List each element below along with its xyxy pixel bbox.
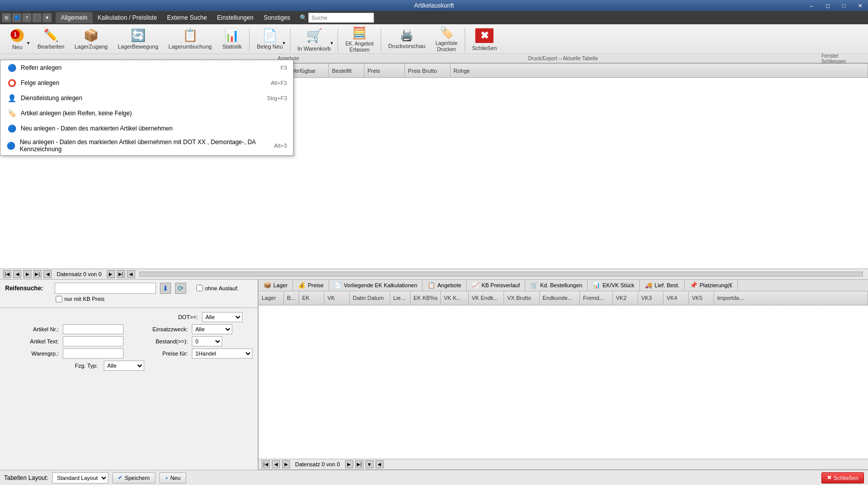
tab-kd-bestellungen[interactable]: 🛒 Kd. Bestellungen [525, 280, 588, 291]
search-down-btn[interactable]: ⬇ [160, 283, 171, 294]
tab-platzierung[interactable]: 📌 Platzierung(€ [685, 280, 738, 291]
dropdown-reifen-anlegen[interactable]: 🔵 Reifen anlegen F3 [1, 60, 293, 75]
tab-preise[interactable]: 💰 Preise [293, 280, 329, 291]
layout-select[interactable]: Standard Layout Kompakt Erweitert [52, 472, 108, 483]
dot-row: DOT>=: Alle 2020202120222023 [5, 312, 253, 322]
tab-lager[interactable]: 📦 Lager [259, 280, 293, 291]
right-col-b: B... [284, 291, 299, 305]
artikel-text-input[interactable] [63, 336, 123, 346]
ohne-auslauf-label: ohne Auslauf. [205, 285, 239, 291]
nav-last2-btn[interactable]: ▶| [117, 270, 125, 278]
bearbeiten-button[interactable]: ✏️ Bearbeiten [32, 26, 69, 54]
col-preis-brutto: Preis Brutto [405, 64, 450, 77]
neu-button[interactable]: + 1 Neu ▼ [2, 26, 32, 54]
right-nav-first[interactable]: |◀ [262, 460, 270, 468]
right-nav-extra[interactable]: ◀ [376, 460, 384, 468]
dropdown-artikel-anlegen[interactable]: 🏷️ Artikel anlegen (kein Reifen, keine F… [1, 106, 293, 121]
fzg-typ-select[interactable]: AllePKWLKWSUV [104, 361, 144, 371]
save-button[interactable]: ✔ Speichern [112, 472, 155, 483]
dropdown-dienstleistung[interactable]: 👤 Dienstleistung anlegen Strg+F3 [1, 91, 293, 106]
menu-sonstiges[interactable]: Sonstiges [259, 12, 296, 23]
menu-icon-5[interactable]: ▼ [43, 13, 52, 22]
warenkorb-label: In Warenkorb [298, 46, 331, 52]
nav-next2-btn[interactable]: ▶ [107, 270, 115, 278]
right-col-vk4: VK4 [664, 291, 689, 305]
menu-allgemein[interactable]: Allgemein [56, 12, 93, 23]
menu-icon-2[interactable]: 🔵 [12, 13, 21, 22]
dienstleistung-label: Dienstleistung anlegen [21, 95, 82, 102]
nav-prev-btn[interactable]: ◀ [13, 270, 21, 278]
search-input-field[interactable] [55, 283, 156, 294]
nav-extra-btn[interactable]: ◀ [44, 270, 52, 278]
right-nav-filter[interactable]: ▼ [365, 460, 374, 468]
kb-preis-check[interactable]: nur mit KB Preis [56, 296, 104, 302]
right-nav-last[interactable]: ▶| [355, 460, 363, 468]
right-col-importda: Importda... [714, 291, 868, 305]
tab-lief-best[interactable]: 🚚 Lief. Best. [640, 280, 685, 291]
warenkorb-icon: 🛒 [306, 28, 322, 43]
right-col-vk: VK [324, 291, 350, 305]
preise-fur-select[interactable]: 1Handel2Werkstatt3Endkunde [192, 348, 253, 359]
lagerumbuchung-button[interactable]: 📋 Lagerumbuchung [163, 26, 217, 54]
menu-icon-3[interactable]: ? [22, 13, 31, 22]
minimize-btn[interactable]: – [803, 0, 819, 11]
warengrp-input[interactable] [63, 348, 123, 359]
lagerliste-button[interactable]: 🏷️ LagerlisteDrucken [430, 26, 462, 54]
felge-shortcut: Alt+F3 [271, 80, 287, 86]
menu-icon-1[interactable]: ⊞ [2, 13, 11, 22]
druckvorschau-button[interactable]: 🖨️ Druckvorschau [383, 26, 430, 54]
right-nav-next2[interactable]: ▶ [345, 460, 353, 468]
dropdown-felge-anlegen[interactable]: ⭕ Felge anlegen Alt+F3 [1, 75, 293, 91]
nav-end-btn[interactable]: ◀ [127, 270, 135, 278]
lagerumbuchung-label: Lagerumbuchung [169, 43, 212, 50]
druckvorschau-icon: 🖨️ [400, 30, 414, 41]
tab-kb-preisverlauf[interactable]: 📈 KB Preisverlauf [467, 280, 525, 291]
close-bottom-button[interactable]: ✖ Schließen [821, 472, 864, 483]
dot-select[interactable]: Alle 2020202120222023 [202, 312, 242, 322]
split-area: Reifensuche: ⬇ ⟳ ohne Auslauf. nur mit K… [0, 280, 868, 470]
right-nav-next[interactable]: ▶ [282, 460, 290, 468]
statistik-button[interactable]: 📊 Statistik [217, 26, 247, 54]
menu-externe-suche[interactable]: Externe Suche [162, 12, 212, 23]
search-input[interactable] [308, 13, 374, 23]
artikel-nr-input[interactable] [63, 324, 123, 334]
search-refresh-btn[interactable]: ⟳ [175, 283, 186, 294]
in-warenkorb-button[interactable]: 🛒 In Warenkorb ▼ [293, 26, 336, 54]
lager-tab-icon: 📦 [264, 282, 271, 289]
bottom-toolbar: Tabellen Layout: Standard Layout Kompakt… [0, 470, 868, 485]
close-window-btn[interactable]: ✕ [852, 0, 868, 11]
menu-einstellungen[interactable]: Einstellungen [212, 12, 259, 23]
tab-vorliegende-ek[interactable]: 📄 Vorliegende EK Kalkulationen [329, 280, 423, 291]
search-panel: Reifensuche: ⬇ ⟳ ohne Auslauf. nur mit K… [0, 280, 258, 308]
col-bestellt: Bestelllt [329, 64, 364, 77]
ek-angebot-label: EK. AngebotErfassen [345, 41, 374, 53]
right-nav-prev[interactable]: ◀ [272, 460, 280, 468]
schliessen-button[interactable]: ✖ Schließen [467, 26, 502, 54]
tab-angebote[interactable]: 📋 Angebote [423, 280, 467, 291]
platz-tab-label: Platzierung(€ [699, 282, 732, 288]
restore-btn[interactable]: ◻ [819, 0, 836, 11]
ohne-auslauf-check[interactable]: ohne Auslauf. [196, 285, 239, 291]
new-icon: + [165, 475, 168, 481]
right-col-vk5: VK5 [689, 291, 714, 305]
menu-kalkulation[interactable]: Kalkulation / Preisliste [93, 12, 162, 23]
ek-angebot-button[interactable]: 🧮 EK. AngebotErfassen [340, 26, 379, 54]
dropdown-neu-markierten[interactable]: 🔵 Neu anlegen - Daten des markierten Art… [1, 121, 293, 136]
tab-ek-vk-stuck[interactable]: 📊 EK/VK Stück [588, 280, 640, 291]
nav-last-btn[interactable]: ▶| [33, 270, 42, 278]
ohne-auslauf-checkbox[interactable] [196, 285, 203, 291]
lagerzugang-button[interactable]: 📦 LagerZugang [69, 26, 112, 54]
nav-first-btn[interactable]: |◀ [3, 270, 11, 278]
form-area: DOT>=: Alle 2020202120222023 Artikel Nr.… [0, 308, 258, 375]
kb-preis-checkbox[interactable] [56, 296, 62, 302]
dropdown-neu-markierten-dot[interactable]: 🔵 Neu anlegen - Daten des markierten Art… [1, 136, 293, 155]
maximize-btn[interactable]: □ [836, 0, 852, 11]
beleg-neu-button[interactable]: 📄 Beleg Neu ▼ [252, 26, 287, 54]
menu-icon-4[interactable]: ➕ [32, 13, 42, 22]
bestand-select[interactable]: 01510 [192, 336, 222, 346]
nav-next-btn[interactable]: ▶ [23, 270, 31, 278]
scroll-track-1[interactable] [139, 272, 863, 277]
new-layout-button[interactable]: + Neu [159, 472, 186, 483]
einsatzzweck-select[interactable]: AlleSommerWinterGanzjahr [192, 324, 232, 334]
lagerbewegung-button[interactable]: 🔄 LagerBewegung [113, 26, 163, 54]
